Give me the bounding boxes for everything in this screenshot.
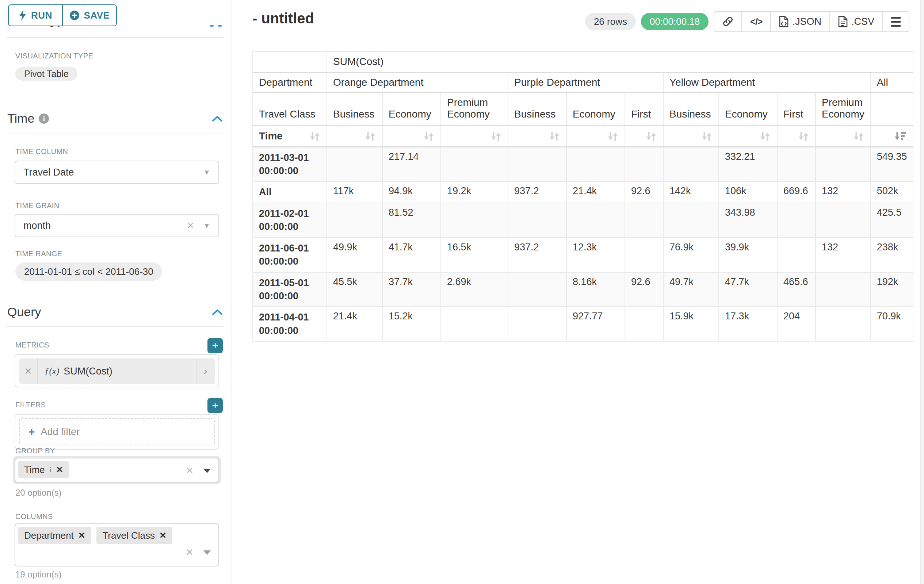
value-cell: 132 bbox=[815, 238, 871, 272]
time-section-title: Time bbox=[7, 111, 34, 125]
export-button-group: </> .JSON .CSV bbox=[714, 11, 909, 32]
chart-header-actions: 26 rows 00:00:00.18 </> .JSON bbox=[585, 11, 909, 32]
value-cell: 19.2k bbox=[441, 181, 508, 202]
metric-value: SUM(Cost) bbox=[64, 366, 112, 377]
function-icon: ƒ(x) bbox=[45, 366, 59, 376]
pivot-table: SUM(Cost)DepartmentOrange DepartmentPurp… bbox=[252, 51, 913, 342]
time-section-header: Time i bbox=[7, 111, 223, 125]
value-cell bbox=[566, 147, 625, 181]
drag-handle-dots[interactable] bbox=[210, 25, 222, 26]
sort-icon[interactable] bbox=[853, 132, 865, 141]
add-filter-label: Add filter bbox=[41, 426, 80, 438]
filters-label: FILTERS bbox=[15, 401, 46, 409]
sort-header-cell[interactable] bbox=[441, 125, 508, 147]
chart-area: - untitled 26 rows 00:00:00.18 </> .JSON bbox=[233, 0, 924, 584]
sort-icon[interactable] bbox=[549, 132, 560, 141]
value-cell: 106k bbox=[719, 181, 777, 202]
run-button-label: RUN bbox=[31, 10, 52, 21]
value-cell bbox=[815, 272, 871, 307]
add-filter-button[interactable]: + Add filter bbox=[19, 418, 215, 445]
value-cell: 81.52 bbox=[383, 203, 441, 238]
time-column-select[interactable]: Travel Date ▼ bbox=[15, 161, 219, 184]
group-by-field[interactable]: Time i ✕ ✕ bbox=[15, 458, 219, 482]
time-range-pill[interactable]: 2011-01-01 ≤ col < 2011-06-30 bbox=[15, 262, 162, 281]
travel-class-axis-cell: Travel Class bbox=[253, 92, 327, 125]
sort-header-cell[interactable] bbox=[777, 125, 815, 147]
sort-icon[interactable] bbox=[759, 132, 771, 141]
save-button[interactable]: SAVE bbox=[62, 5, 116, 26]
chevron-up-icon[interactable] bbox=[212, 308, 223, 316]
run-save-button-group: RUN SAVE bbox=[8, 4, 117, 26]
travel-class-header: First bbox=[625, 92, 663, 125]
chevron-up-icon[interactable] bbox=[212, 115, 223, 122]
department-axis-cell: Department bbox=[253, 72, 327, 92]
clear-icon[interactable]: ✕ bbox=[186, 465, 193, 476]
value-cell bbox=[663, 203, 719, 238]
sort-icon[interactable] bbox=[490, 132, 502, 141]
department-group-header: All bbox=[871, 72, 913, 92]
chart-title[interactable]: - untitled bbox=[252, 10, 314, 26]
chevron-down-icon[interactable] bbox=[203, 550, 211, 555]
sort-icon[interactable] bbox=[607, 132, 619, 141]
export-csv-button[interactable]: .CSV bbox=[829, 12, 882, 31]
value-cell bbox=[508, 307, 566, 341]
value-cell: 192k bbox=[871, 272, 913, 307]
sort-header-cell[interactable] bbox=[566, 125, 625, 147]
run-button[interactable]: RUN bbox=[9, 5, 62, 26]
sort-descending-icon[interactable] bbox=[894, 132, 907, 141]
clear-icon[interactable]: ✕ bbox=[186, 220, 194, 231]
viz-type-pill[interactable]: Pivot Table bbox=[15, 67, 78, 81]
travel-class-header: Premium Economy bbox=[815, 92, 871, 125]
sort-header-cell[interactable] bbox=[625, 125, 663, 147]
value-cell bbox=[508, 272, 566, 307]
pivot-corner-cell bbox=[253, 51, 327, 72]
sort-header-cell[interactable] bbox=[871, 125, 913, 147]
add-filter-plus-button[interactable]: + bbox=[208, 398, 223, 413]
sort-icon[interactable] bbox=[423, 132, 435, 141]
columns-field[interactable]: Department ✕ Travel Class ✕ ✕ bbox=[15, 523, 219, 566]
sort-icon[interactable] bbox=[365, 132, 376, 141]
value-cell bbox=[625, 147, 663, 181]
row-header-cell: 2011-02-01 00:00:00 bbox=[253, 203, 327, 238]
remove-tag-icon[interactable]: ✕ bbox=[56, 465, 63, 475]
menu-button[interactable] bbox=[882, 12, 909, 31]
remove-tag-icon[interactable]: ✕ bbox=[78, 530, 86, 541]
remove-tag-icon[interactable]: ✕ bbox=[159, 530, 167, 541]
row-header-cell: All bbox=[253, 181, 327, 202]
sort-icon[interactable] bbox=[645, 132, 657, 141]
link-icon bbox=[723, 16, 733, 27]
lightning-bolt-icon bbox=[19, 10, 26, 21]
add-metric-button[interactable]: + bbox=[208, 338, 223, 353]
view-query-button[interactable]: </> bbox=[741, 12, 770, 31]
vertical-scrollbar[interactable] bbox=[920, 0, 924, 584]
metric-pill[interactable]: ✕ ƒ(x) SUM(Cost) › bbox=[19, 359, 215, 384]
columns-tag-department: Department ✕ bbox=[18, 527, 91, 544]
control-panel: Chart Type RUN SAVE VISUALIZATION TYPE P… bbox=[0, 0, 232, 584]
time-grain-select[interactable]: month ✕ ▼ bbox=[15, 214, 219, 237]
sort-header-cell[interactable] bbox=[719, 125, 777, 147]
chevron-down-icon[interactable] bbox=[203, 468, 211, 474]
remove-metric-icon[interactable]: ✕ bbox=[19, 359, 38, 384]
value-cell: 94.9k bbox=[383, 181, 441, 202]
value-cell: 92.6 bbox=[625, 181, 663, 202]
sort-icon[interactable] bbox=[309, 132, 321, 141]
value-cell: 465.6 bbox=[777, 272, 815, 307]
share-link-button[interactable] bbox=[714, 12, 741, 31]
row-count-badge: 26 rows bbox=[585, 13, 636, 30]
chevron-right-icon[interactable]: › bbox=[196, 359, 215, 384]
sort-header-cell[interactable] bbox=[508, 125, 566, 147]
sort-header-cell[interactable] bbox=[383, 125, 441, 147]
group-by-label: GROUP BY bbox=[15, 447, 55, 455]
group-by-tag-time: Time i ✕ bbox=[18, 461, 69, 478]
csv-file-icon bbox=[838, 16, 848, 27]
sort-header-cell[interactable] bbox=[327, 125, 383, 147]
value-cell: 21.4k bbox=[566, 181, 625, 202]
value-cell bbox=[815, 147, 871, 181]
sort-icon[interactable] bbox=[701, 132, 713, 141]
value-cell bbox=[625, 307, 663, 341]
sort-header-cell[interactable] bbox=[663, 125, 719, 147]
clear-icon[interactable]: ✕ bbox=[186, 547, 193, 558]
export-json-button[interactable]: .JSON bbox=[770, 12, 829, 31]
sort-header-cell[interactable] bbox=[815, 125, 871, 147]
sort-icon[interactable] bbox=[798, 132, 809, 141]
